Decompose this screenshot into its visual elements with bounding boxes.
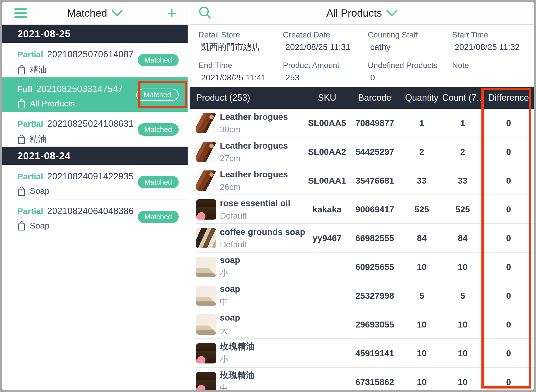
barcode-cell: 90069417 (348, 204, 401, 214)
table-row[interactable]: soap 中 25327998 5 5 0 (190, 281, 534, 310)
difference-cell: 0 (483, 147, 534, 157)
status-filter-dropdown[interactable]: Matched (67, 7, 122, 19)
count-category: Soap (30, 186, 49, 196)
product-image (196, 286, 216, 306)
count-cell: 84 (442, 233, 483, 243)
table-row[interactable]: rose essential oil Default kakaka 900694… (190, 195, 534, 224)
quantity-cell: 84 (401, 233, 442, 243)
sku-cell: kakaka (306, 204, 348, 214)
sidebar: Matched + 2021-08-25 Partial 20210825070… (2, 2, 188, 390)
add-count-button[interactable]: + (167, 5, 177, 21)
sidebar-header: Matched + (2, 2, 188, 25)
difference-cell: 0 (483, 320, 534, 329)
product-filter-dropdown[interactable]: All Products (326, 7, 397, 19)
product-name: 玫瑰精油 (220, 341, 255, 351)
difference-cell: 0 (483, 377, 534, 387)
product-name: Leather brogues (220, 169, 288, 179)
meta-label: Undefined Products (368, 61, 452, 69)
count-category: 精油 (30, 64, 47, 75)
status-filter-label: Matched (67, 7, 107, 19)
panel-divider (189, 2, 189, 390)
meta-field: Counting Staffcathy (368, 31, 452, 56)
difference-cell: 0 (483, 262, 534, 272)
matched-badge: Matched (138, 211, 179, 223)
product-text: Leather brogues 26cm (220, 169, 288, 192)
product-text: coffee grounds soap Default (220, 227, 305, 249)
count-id: 20210825033147547 (36, 84, 123, 94)
matched-badge: Matched (136, 89, 179, 101)
product-image (196, 170, 216, 191)
count-list-item[interactable]: Partial 20210824091422935 Soap Matched (2, 165, 188, 199)
count-list: 2021-08-25 Partial 20210825070614087 精油 … (2, 25, 188, 234)
detail-header: All Products (190, 2, 534, 25)
product-cell: soap 中 (190, 284, 306, 308)
barcode-cell: 66982555 (348, 233, 401, 243)
meta-value: 2021/08/25 11:41 (199, 73, 283, 82)
product-text: soap 大 (220, 313, 240, 336)
meta-field: Retail Store凱西的門市總店 (199, 31, 283, 56)
product-text: soap 中 (220, 284, 240, 308)
search-icon[interactable] (198, 5, 213, 21)
bag-icon (17, 99, 26, 108)
table-row[interactable]: 玫瑰精油 小 45919141 10 10 0 (190, 339, 534, 368)
count-scope-label: Partial (17, 172, 43, 181)
count-cell: 525 (442, 204, 483, 214)
app-screen: Matched + 2021-08-25 Partial 20210825070… (2, 2, 534, 390)
table-row[interactable]: 玫瑰精油 中 67315862 10 10 0 (190, 368, 534, 390)
table-row[interactable]: soap 大 29693055 10 10 0 (190, 310, 534, 339)
product-name: coffee grounds soap (220, 227, 305, 237)
count-cell: 10 (442, 320, 483, 329)
column-header: SKU (306, 93, 348, 103)
quantity-cell: 525 (401, 204, 442, 214)
meta-label: End Time (199, 61, 283, 69)
column-header: Count (7... (442, 93, 483, 103)
product-cell: coffee grounds soap Default (190, 227, 306, 249)
table-row[interactable]: Leather brogues 27cm SL00AA2 54425297 2 … (190, 137, 534, 166)
sku-cell: SL00AA1 (306, 176, 348, 186)
product-image (196, 257, 216, 277)
barcode-cell: 60925655 (348, 262, 401, 272)
product-cell: Leather brogues 30cm (190, 112, 306, 134)
menu-icon[interactable] (14, 8, 27, 18)
barcode-cell: 54425297 (348, 147, 401, 157)
table-row[interactable]: Leather brogues 30cm SL00AA5 70849877 1 … (190, 109, 534, 137)
product-image (196, 199, 216, 220)
count-cell: 2 (442, 147, 483, 157)
count-list-item[interactable]: Partial 20210824064048386 Soap Matched (2, 199, 188, 234)
product-variant: Default (220, 211, 290, 221)
table-row[interactable]: Leather brogues 26cm SL00AA1 35476681 33… (190, 166, 534, 195)
product-image (196, 343, 216, 363)
barcode-cell: 29693055 (348, 320, 401, 329)
detail-panel: All Products Retail Store凱西的門市總店Created … (190, 2, 534, 390)
product-cell: soap 大 (190, 313, 306, 336)
meta-label: Product Amount (283, 61, 368, 69)
product-cell: 玫瑰精油 小 (190, 341, 306, 365)
screenshot-frame: Matched + 2021-08-25 Partial 20210825070… (0, 0, 536, 392)
barcode-cell: 45919141 (348, 348, 401, 358)
product-name: soap (220, 313, 240, 323)
count-scope-label: Partial (17, 50, 43, 59)
column-header: Difference (483, 93, 534, 103)
meta-label: Created Date (283, 31, 368, 39)
product-variant: 30cm (220, 125, 288, 134)
count-list-item[interactable]: Full 20210825033147547 All Products Matc… (2, 77, 188, 112)
product-image (196, 314, 216, 335)
quantity-cell: 33 (401, 176, 442, 186)
count-list-item[interactable]: Partial 20210825070614087 精油 Matched (2, 43, 188, 77)
meta-field: Created Date2021/08/25 11:31 (283, 31, 368, 56)
product-name: 玫瑰精油 (220, 370, 255, 380)
table-row[interactable]: soap 小 60925655 10 10 0 (190, 253, 534, 281)
product-cell: Leather brogues 26cm (190, 169, 306, 192)
quantity-cell: 1 (401, 118, 442, 128)
quantity-cell: 2 (401, 147, 442, 157)
difference-cell: 0 (483, 204, 534, 214)
product-variant: 中 (220, 383, 255, 390)
barcode-cell: 35476681 (348, 176, 401, 186)
meta-value: 2021/08/25 11:31 (283, 43, 368, 51)
product-text: Leather brogues 27cm (220, 141, 288, 163)
count-id: 20210825024108631 (47, 119, 134, 129)
table-row[interactable]: coffee grounds soap Default yy9467 66982… (190, 224, 534, 253)
count-list-item[interactable]: Partial 20210825024108631 精油 Matched (2, 112, 188, 147)
count-cell: 5 (442, 291, 483, 301)
product-cell: 玫瑰精油 中 (190, 370, 306, 390)
